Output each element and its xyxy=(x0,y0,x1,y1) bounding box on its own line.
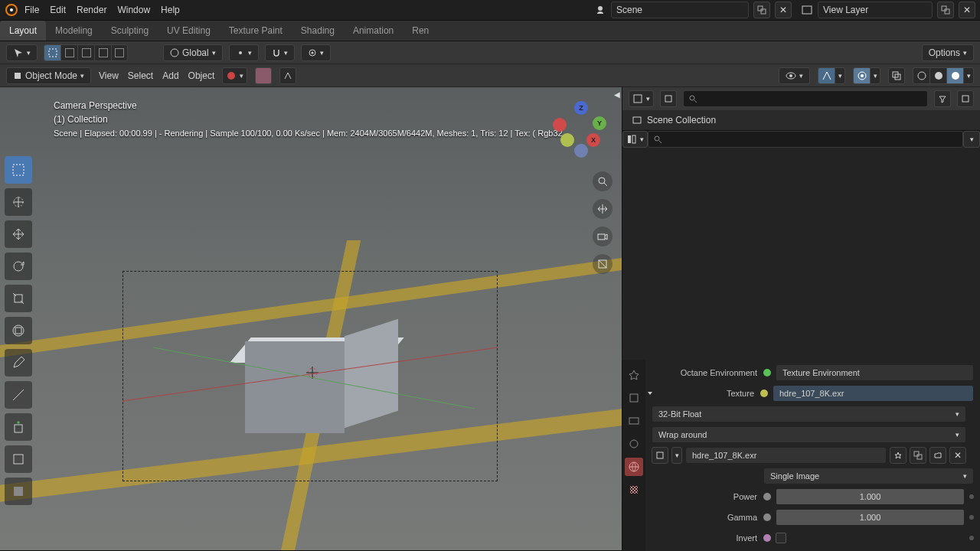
outliner-scene-collection[interactable]: Scene Collection xyxy=(622,110,980,130)
viewport-menu-select[interactable]: Select xyxy=(128,70,153,81)
wrap-dropdown[interactable]: Wrap around▾ xyxy=(652,426,966,443)
scale-tool[interactable] xyxy=(5,285,32,312)
annotate-tool[interactable] xyxy=(5,349,32,377)
workspace-tab-uv-editing[interactable]: UV Editing xyxy=(158,21,220,41)
gizmo-toggle[interactable] xyxy=(818,67,835,84)
snap-dropdown[interactable]: ▾ xyxy=(265,44,295,61)
axis-z[interactable]: Z xyxy=(574,101,588,115)
highlight-button[interactable] xyxy=(279,67,296,84)
viewlayer-close-button[interactable]: ✕ xyxy=(959,2,975,18)
axis-x[interactable]: X xyxy=(586,133,600,147)
scene-browse-button[interactable] xyxy=(753,2,770,18)
shading-material[interactable] xyxy=(946,67,963,84)
menu-window[interactable]: Window xyxy=(117,5,150,15)
tab-output[interactable] xyxy=(625,389,643,407)
zoom-button[interactable] xyxy=(593,171,612,191)
overlay-toggle[interactable] xyxy=(853,67,870,84)
unlink-image-button[interactable]: ✕ xyxy=(949,447,966,464)
workspace-tab-texture-paint[interactable]: Texture Paint xyxy=(220,21,292,41)
select-subtract-button[interactable] xyxy=(77,44,94,61)
invert-checkbox[interactable] xyxy=(776,533,786,543)
add-cube-tool[interactable] xyxy=(5,413,32,441)
workspace-tab-animation[interactable]: Animation xyxy=(344,21,403,41)
viewport-menu-view[interactable]: View xyxy=(99,70,119,81)
workspace-tab-shading[interactable]: Shading xyxy=(292,21,344,41)
keyframe-dot[interactable] xyxy=(969,494,974,499)
pan-button[interactable] xyxy=(593,199,612,219)
select-invert-button[interactable] xyxy=(94,44,111,61)
axis-neg-z[interactable] xyxy=(574,144,588,158)
tab-viewlayer[interactable] xyxy=(625,412,643,430)
menu-help[interactable]: Help xyxy=(161,5,180,15)
viewlayer-browse-button[interactable] xyxy=(937,2,954,18)
bit-depth-dropdown[interactable]: 32-Bit Float▾ xyxy=(652,406,966,422)
orientation-dropdown[interactable]: Global▾ xyxy=(163,44,223,61)
rotate-tool[interactable] xyxy=(5,253,32,280)
viewport-3d[interactable]: Camera Perspective (1) Collection Scene … xyxy=(0,87,622,550)
gizmo-dropdown[interactable]: ▾ xyxy=(835,67,845,84)
props-options-dropdown[interactable]: ▾ xyxy=(963,131,980,148)
select-box-button[interactable] xyxy=(44,44,60,61)
axis-neg-y[interactable] xyxy=(560,133,574,147)
move-tool[interactable] xyxy=(5,220,32,248)
outliner-filter-button[interactable] xyxy=(934,90,951,107)
measure-tool[interactable] xyxy=(5,381,32,409)
proportional-dropdown[interactable]: ▾ xyxy=(301,44,331,61)
color-swatch-button[interactable] xyxy=(255,67,272,84)
transform-tool[interactable] xyxy=(5,317,32,344)
texture-value[interactable]: hdre_107_8K.exr xyxy=(773,385,974,402)
image-dropdown[interactable]: ▾ xyxy=(671,447,682,464)
shading-dropdown[interactable]: ▾ xyxy=(963,67,974,84)
expand-icon[interactable] xyxy=(648,392,652,395)
xray-toggle[interactable] xyxy=(888,67,905,84)
camera-button[interactable] xyxy=(593,227,612,246)
image-mode-dropdown[interactable]: Single Image▾ xyxy=(763,468,974,484)
viewlayer-field[interactable]: View Layer xyxy=(818,2,933,18)
open-image-button[interactable] xyxy=(929,447,946,464)
power-value[interactable]: 1.000 xyxy=(776,488,965,505)
extrude-tool-icon[interactable] xyxy=(5,445,32,473)
scene-name-field[interactable]: Scene xyxy=(611,2,749,18)
props-editor-dropdown[interactable]: ▾ xyxy=(622,131,648,148)
outliner-search[interactable] xyxy=(683,90,928,107)
env-value[interactable]: Texture Environment xyxy=(776,364,974,381)
select-intersect-button[interactable] xyxy=(111,44,128,61)
workspace-tab-layout[interactable]: Layout xyxy=(0,21,46,41)
menu-render[interactable]: Render xyxy=(77,5,106,15)
new-image-button[interactable] xyxy=(910,447,926,464)
axis-neg-x[interactable] xyxy=(553,118,567,132)
cursor-tool-dropdown[interactable]: ▾ xyxy=(6,44,38,61)
scene-close-button[interactable]: ✕ xyxy=(775,2,792,18)
shading-solid[interactable] xyxy=(929,67,946,84)
outliner-display-dropdown[interactable] xyxy=(660,90,677,107)
visibility-dropdown[interactable]: ▾ xyxy=(779,67,810,84)
shade-tool-icon[interactable] xyxy=(5,478,32,505)
axis-y[interactable]: Y xyxy=(593,116,606,130)
overlay-dropdown[interactable]: ▾ xyxy=(222,67,247,84)
menu-file[interactable]: File xyxy=(24,5,39,15)
tab-texture[interactable] xyxy=(625,481,643,499)
tab-scene[interactable] xyxy=(625,435,643,453)
outliner-mode-dropdown[interactable]: ▾ xyxy=(629,90,654,107)
gamma-value[interactable]: 1.000 xyxy=(776,509,965,526)
tab-world[interactable] xyxy=(625,458,643,476)
workspace-tab-sculpting[interactable]: Sculpting xyxy=(102,21,158,41)
tab-render[interactable] xyxy=(625,366,643,384)
collapse-panel-icon[interactable]: ◀ xyxy=(614,90,620,99)
orbit-gizmo[interactable]: Z Y X xyxy=(553,101,608,156)
viewport-menu-add[interactable]: Add xyxy=(162,70,178,81)
cursor-tool[interactable] xyxy=(5,188,32,216)
shading-wireframe[interactable] xyxy=(913,67,929,84)
mode-dropdown[interactable]: Object Mode▾ xyxy=(6,67,91,84)
overlay-options-dropdown[interactable]: ▾ xyxy=(870,67,880,84)
workspace-tab-modeling[interactable]: Modeling xyxy=(46,21,102,41)
outliner-new-button[interactable] xyxy=(957,90,974,107)
image-browse-button[interactable] xyxy=(652,447,668,464)
viewport-menu-object[interactable]: Object xyxy=(188,70,215,81)
options-dropdown[interactable]: Options▾ xyxy=(922,44,974,61)
props-search[interactable] xyxy=(648,131,963,148)
image-name-field[interactable]: hdre_107_8K.exr xyxy=(685,447,887,464)
pivot-dropdown[interactable]: ▾ xyxy=(229,44,259,61)
keyframe-dot[interactable] xyxy=(969,536,974,540)
select-tool[interactable] xyxy=(5,156,32,184)
